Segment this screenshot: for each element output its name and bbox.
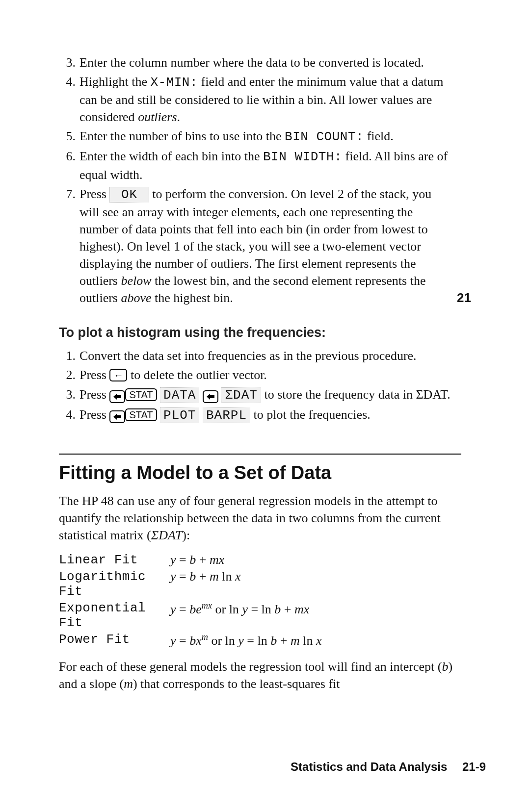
list-item: 1.Convert the data set into frequencies …	[59, 347, 461, 364]
list-number: 4.	[59, 406, 80, 424]
list-number: 1.	[59, 347, 80, 364]
sub-heading: To plot a histogram using the frequencie…	[59, 325, 461, 340]
backspace-key: ←	[109, 369, 127, 381]
model-row: Power Fity = bxm or ln y = ln b + m ln x	[59, 631, 332, 649]
list-number: 4.	[59, 73, 80, 126]
list-number: 3.	[59, 386, 80, 404]
list-body: Enter the column number where the data t…	[80, 54, 452, 71]
list-item: 5.Enter the number of bins to use into t…	[59, 127, 461, 146]
list-body: Convert the data set into frequencies as…	[80, 347, 452, 364]
page-footer: Statistics and Data Analysis 21-9	[291, 760, 486, 774]
stat-key: STAT	[125, 388, 157, 401]
list-body: Enter the width of each bin into the BIN…	[80, 148, 452, 183]
list-item: 3.Press STAT DATA ΣDAT to store the freq…	[59, 386, 461, 404]
model-row: Logarithmic Fity = b + m ln x	[59, 568, 332, 600]
list-number: 2.	[59, 366, 80, 383]
left-shift-key	[109, 410, 125, 423]
model-name: Power Fit	[59, 631, 170, 649]
ordered-list-steps: 1.Convert the data set into frequencies …	[59, 347, 461, 424]
model-row: Linear Fity = b + mx	[59, 552, 332, 568]
model-equation: y = b + mx	[170, 552, 332, 568]
section-divider	[59, 454, 461, 455]
ordered-list-continued: 3.Enter the column number where the data…	[59, 54, 461, 306]
list-number: 7.	[59, 185, 80, 307]
list-item: 4.Highlight the X-MIN: field and enter t…	[59, 73, 461, 126]
list-number: 5.	[59, 127, 80, 146]
model-equation: y = bxm or ln y = ln b + m ln x	[170, 631, 332, 649]
list-number: 6.	[59, 148, 80, 183]
list-body: Highlight the X-MIN: field and enter the…	[80, 73, 452, 126]
list-item: 2.Press ← to delete the outlier vector.	[59, 366, 461, 383]
model-name: Logarithmic Fit	[59, 568, 170, 600]
model-equation: y = bemx or ln y = ln b + mx	[170, 600, 332, 631]
section-title: Fitting a Model to a Set of Data	[59, 462, 461, 483]
list-body: Enter the number of bins to use into the…	[80, 127, 452, 146]
list-body: Press STAT PLOT BARPL to plot the freque…	[80, 406, 452, 424]
list-item: 3.Enter the column number where the data…	[59, 54, 461, 71]
list-number: 3.	[59, 54, 80, 71]
page-content: 3.Enter the column number where the data…	[59, 54, 461, 700]
left-shift-key	[109, 390, 125, 403]
left-shift-key	[203, 390, 218, 403]
model-name: Exponential Fit	[59, 600, 170, 631]
model-row: Exponential Fity = bemx or ln y = ln b +…	[59, 600, 332, 631]
list-item: 6.Enter the width of each bin into the B…	[59, 148, 461, 183]
list-body: Press STAT DATA ΣDAT to store the freque…	[80, 386, 452, 404]
list-body: Press ← to delete the outlier vector.	[80, 366, 452, 383]
paragraph: For each of these general models the reg…	[59, 658, 461, 692]
list-body: Press OK to perform the conversion. On l…	[80, 185, 452, 307]
list-item: 4.Press STAT PLOT BARPL to plot the freq…	[59, 406, 461, 424]
margin-chapter-number: 21	[457, 290, 471, 305]
model-table: Linear Fity = b + mxLogarithmic Fity = b…	[59, 552, 332, 649]
model-equation: y = b + m ln x	[170, 568, 332, 600]
paragraph: The HP 48 can use any of four general re…	[59, 492, 461, 544]
stat-key: STAT	[125, 408, 157, 421]
model-name: Linear Fit	[59, 552, 170, 568]
list-item: 7.Press OK to perform the conversion. On…	[59, 185, 461, 307]
